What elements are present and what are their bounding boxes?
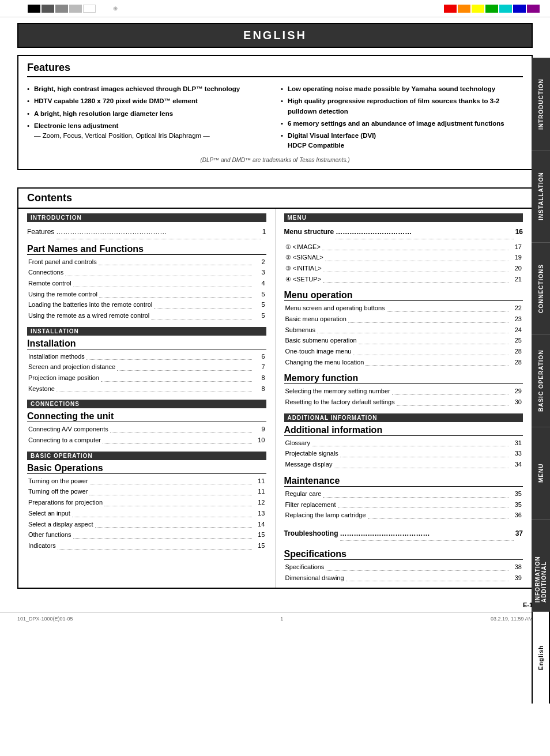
features-title: Features bbox=[27, 62, 523, 77]
footer-date: 03.2.19, 11:59 AM bbox=[491, 616, 533, 622]
toc-item: Basic menu operation23 bbox=[284, 314, 523, 325]
features-left-list: Bright, high contrast images achieved th… bbox=[27, 83, 269, 142]
color-block-cyan bbox=[499, 5, 512, 13]
toc-item: Replacing the lamp cartridge36 bbox=[284, 510, 523, 521]
menu-structure-text: Menu structure bbox=[284, 225, 334, 242]
toc-item: Front panel and controls2 bbox=[27, 257, 266, 268]
right-tabs: INTRODUCTION INSTALLATION CONNECTIONS BA… bbox=[532, 58, 550, 704]
toc-item: Turning off the power11 bbox=[27, 486, 266, 497]
toc-item: Selecting the memory setting number29 bbox=[284, 386, 523, 397]
additional-title: Additional information bbox=[284, 425, 523, 436]
toc-item: Other functions15 bbox=[27, 529, 266, 540]
features-right-col: Low operating noise made possible by Yam… bbox=[281, 83, 523, 152]
troubleshooting-dots: ………………………………… bbox=[340, 526, 514, 541]
menu-structure-items: ① <IMAGE>17 ② <SIGNAL>19 ③ <INITIAL>20 ④… bbox=[284, 242, 523, 285]
toc-item: Using the remote as a wired remote contr… bbox=[27, 310, 266, 321]
color-block-darkgray bbox=[42, 5, 54, 13]
toc-item: Menu screen and operating buttons22 bbox=[284, 303, 523, 314]
basic-op-label: BASIC OPERATION bbox=[27, 452, 266, 460]
color-block-lightgray bbox=[69, 5, 82, 13]
tab-additional-info[interactable]: ADDITIONAL INFORMATION bbox=[532, 519, 550, 611]
installation-title: Installation bbox=[27, 338, 266, 349]
menu-structure-line: Menu structure …………………………… 16 bbox=[284, 225, 523, 242]
tab-connections[interactable]: CONNECTIONS bbox=[532, 242, 550, 334]
list-item: 6 memory settings and an abundance of im… bbox=[281, 118, 523, 130]
tab-english[interactable]: English bbox=[532, 611, 550, 704]
menu-op-items: Menu screen and operating buttons22 Basi… bbox=[284, 303, 523, 367]
connections-label: CONNECTIONS bbox=[27, 400, 266, 408]
troubleshooting-label: Troubleshooting bbox=[284, 526, 338, 543]
footer-page-num: 1 bbox=[280, 616, 283, 622]
toc-item: Installation methods6 bbox=[27, 351, 266, 362]
features-link: Features ………………………………………… 1 bbox=[27, 225, 266, 242]
toc-item: Indicators15 bbox=[27, 540, 266, 551]
list-item: Low operating noise made possible by Yam… bbox=[281, 83, 523, 95]
features-page: 1 bbox=[262, 225, 266, 242]
color-block-orange bbox=[458, 5, 470, 13]
trademark-note: (DLP™ and DMD™ are trademarks of Texas I… bbox=[27, 157, 523, 163]
tab-basic-operation[interactable]: BASIC OPERATION bbox=[532, 334, 550, 427]
list-item: HDTV capable 1280 x 720 pixel wide DMD™ … bbox=[27, 95, 269, 107]
troubleshooting-page: 37 bbox=[515, 526, 523, 543]
right-color-blocks bbox=[444, 5, 540, 13]
main-content: ENGLISH Features Bright, high contrast i… bbox=[0, 17, 550, 600]
tab-menu[interactable]: MENU bbox=[532, 427, 550, 519]
list-item: A bright, high resolution large diameter… bbox=[27, 108, 269, 120]
part-names-items: Front panel and controls2 Connections3 R… bbox=[27, 257, 266, 321]
maintenance-items: Regular care35 Filter replacement35 Repl… bbox=[284, 488, 523, 521]
memory-items: Selecting the memory setting number29 Re… bbox=[284, 386, 523, 407]
toc-item: Submenus24 bbox=[284, 325, 523, 336]
toc-item: ① <IMAGE>17 bbox=[284, 242, 523, 253]
toc-item: ③ <INITIAL>20 bbox=[284, 263, 523, 274]
contents-right: MENU Menu structure …………………………… 16 ① <IM… bbox=[276, 209, 532, 588]
contents-title: Contents bbox=[18, 189, 532, 209]
color-block-white bbox=[83, 5, 96, 13]
features-columns: Bright, high contrast images achieved th… bbox=[27, 83, 523, 152]
color-block-red bbox=[444, 5, 457, 13]
toc-item: Select an input13 bbox=[27, 508, 266, 519]
top-color-bar: ⊕ bbox=[0, 0, 550, 17]
tab-introduction[interactable]: INTRODUCTION bbox=[532, 58, 550, 150]
toc-item: Resetting to the factory default setting… bbox=[284, 397, 523, 408]
specs-title: Specifications bbox=[284, 549, 523, 560]
color-block-purple bbox=[527, 5, 540, 13]
toc-item: Turning on the power11 bbox=[27, 476, 266, 487]
toc-item: Dimensional drawing39 bbox=[284, 573, 523, 584]
contents-section: Contents INTRODUCTION Features ………………………… bbox=[17, 187, 533, 589]
connections-title: Connecting the unit bbox=[27, 411, 266, 422]
page-title: ENGLISH bbox=[17, 23, 533, 48]
contents-left: INTRODUCTION Features ………………………………………… 1… bbox=[18, 209, 276, 588]
left-color-blocks bbox=[28, 5, 96, 13]
additional-label: ADDITIONAL INFORMATION bbox=[284, 413, 523, 422]
installation-items: Installation methods6 Screen and project… bbox=[27, 351, 266, 394]
compass-icon: ⊕ bbox=[113, 5, 118, 12]
features-section: Features Bright, high contrast images ac… bbox=[17, 55, 533, 170]
toc-item: ④ <SETUP>21 bbox=[284, 274, 523, 285]
memory-title: Memory function bbox=[284, 373, 523, 384]
toc-item: Basic submenu operation25 bbox=[284, 335, 523, 346]
menu-structure-page: 16 bbox=[515, 225, 523, 242]
page-number: E-1 bbox=[0, 600, 550, 610]
toc-item: Specifications38 bbox=[284, 562, 523, 573]
toc-item: Projection image position8 bbox=[27, 373, 266, 383]
tab-installation[interactable]: INSTALLATION bbox=[532, 150, 550, 242]
footer-file: 101_DPX-1000(E)01-05 bbox=[17, 616, 73, 622]
maintenance-title: Maintenance bbox=[284, 476, 523, 487]
toc-item: Remote control4 bbox=[27, 278, 266, 289]
features-link-text: Features bbox=[27, 225, 54, 242]
troubleshooting-line: Troubleshooting ………………………………… 37 bbox=[284, 526, 523, 543]
color-block-blue bbox=[513, 5, 526, 13]
toc-item: Select a display aspect14 bbox=[27, 519, 266, 530]
toc-item: Using the remote control5 bbox=[27, 289, 266, 300]
toc-item: Connecting to a computer10 bbox=[27, 435, 266, 446]
features-right-list: Low operating noise made possible by Yam… bbox=[281, 83, 523, 152]
color-block-black bbox=[28, 5, 40, 13]
basic-op-title: Basic Operations bbox=[27, 463, 266, 474]
menu-op-title: Menu operation bbox=[284, 290, 523, 301]
list-item: Bright, high contrast images achieved th… bbox=[27, 83, 269, 95]
color-block-yellow bbox=[472, 5, 484, 13]
basic-op-items: Turning on the power11 Turning off the p… bbox=[27, 476, 266, 551]
toc-item: One-touch image menu28 bbox=[284, 346, 523, 357]
toc-item: Changing the menu location28 bbox=[284, 357, 523, 368]
menu-label: MENU bbox=[284, 213, 523, 222]
